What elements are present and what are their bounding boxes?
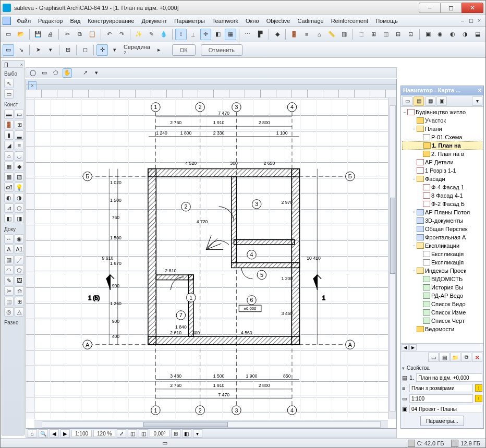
opt-hand-icon[interactable]: ✋ — [63, 68, 72, 78]
opt-dd-icon[interactable]: ▾ — [92, 68, 101, 78]
tree-item[interactable]: 3D-документы — [402, 216, 482, 225]
menu-окно[interactable]: Окно — [242, 17, 263, 25]
tb-d[interactable]: ◫ — [380, 29, 392, 40]
roof-icon[interactable]: ⌂ — [313, 29, 325, 40]
opt-poly-icon[interactable]: ⬠ — [51, 68, 60, 78]
door-tool-icon[interactable]: 🚪 — [4, 120, 14, 129]
opt-arrow-icon[interactable]: ↗ — [80, 68, 90, 78]
undo-icon[interactable]: ↶ — [104, 29, 115, 40]
canvas[interactable]: 1234 1234 БА БА — [34, 98, 388, 419]
vs-a-icon[interactable]: ⊞ — [171, 429, 180, 438]
ie-tool-icon[interactable]: ◫ — [4, 297, 14, 306]
tool-b-icon[interactable]: ◑ — [15, 193, 24, 202]
params-button[interactable]: Параметры... — [420, 416, 464, 426]
ws-tool-icon[interactable]: ⊞ — [15, 297, 24, 306]
paste-icon[interactable]: 📋 — [87, 29, 98, 40]
nf-dup-icon[interactable]: ⧉ — [461, 353, 471, 362]
tb-b[interactable]: ⬚ — [356, 29, 367, 40]
door-icon[interactable]: 🚪 — [288, 29, 300, 40]
snap2-icon[interactable]: ⟂ — [188, 29, 199, 40]
tree-item[interactable]: Общая Перспек — [402, 225, 482, 233]
nf-new-icon[interactable]: ▭ — [428, 353, 439, 362]
nf-folder-icon[interactable]: 📁 — [450, 353, 460, 362]
roof-tool-icon[interactable]: ⌂ — [4, 151, 14, 161]
tb-k[interactable]: ⬓ — [472, 29, 483, 40]
arc-tool-icon[interactable]: ◠ — [4, 265, 14, 275]
tree-item[interactable]: +АР Планы Потол — [402, 208, 482, 216]
tb-h[interactable]: ◉ — [435, 29, 446, 40]
menu-параметры[interactable]: Параметры — [171, 17, 209, 25]
play-icon[interactable]: ▸ — [153, 44, 165, 56]
text-tool-icon[interactable]: A — [4, 245, 14, 254]
menu-файл[interactable]: Файл — [13, 17, 34, 25]
nav-mode-project-icon[interactable]: ▭ — [402, 96, 412, 106]
sel-rect-icon[interactable]: ▭ — [3, 44, 14, 56]
horizontal-scrollbar[interactable] — [34, 420, 388, 428]
shell-tool-icon[interactable]: ◡ — [15, 151, 24, 161]
menu-помощь[interactable]: Помощь — [372, 17, 402, 25]
vs-zoom-icon[interactable]: 🔍 — [39, 429, 48, 438]
tool-a-icon[interactable]: ◐ — [4, 193, 14, 202]
props-name[interactable]: План на відм. +0,000 — [416, 373, 482, 382]
fig-tool-icon[interactable]: 🖼 — [15, 276, 24, 285]
snap4-icon[interactable]: ◧ — [212, 29, 224, 40]
tree-item[interactable]: Список Черт — [402, 317, 482, 325]
nav-mode-publisher-icon[interactable]: ▣ — [436, 96, 447, 106]
print-icon[interactable]: 🖨 — [44, 29, 56, 40]
tb-i[interactable]: ◐ — [447, 29, 458, 40]
cancel-button[interactable]: Отменить — [201, 44, 242, 56]
poly-tool-icon[interactable]: ⬠ — [15, 265, 24, 275]
ok-button[interactable]: ОК — [172, 44, 196, 56]
tree-item[interactable]: Список Изме — [402, 308, 482, 317]
more-icon[interactable]: ⋯ — [242, 29, 253, 40]
curtain-tool-icon[interactable]: ▦ — [4, 162, 14, 171]
menu-teamwork[interactable]: Teamwork — [209, 17, 242, 25]
props-header[interactable]: Свойства — [402, 364, 482, 372]
tree-item[interactable]: 8 Фасад 4-1 — [402, 191, 482, 200]
det-tool-icon[interactable]: ◎ — [4, 307, 14, 317]
snap-mid-icon[interactable]: ✛ — [96, 44, 108, 56]
sel-arrow-icon[interactable]: ↘ — [15, 44, 27, 56]
mdi-buttons[interactable]: –◻× — [458, 17, 483, 24]
lamp-tool-icon[interactable]: 💡 — [15, 183, 24, 192]
tb-c[interactable]: ⊞ — [368, 29, 379, 40]
menu-вид[interactable]: Вид — [66, 17, 84, 25]
tree-item[interactable]: Експликація — [402, 258, 482, 267]
tree-item[interactable]: −Плани — [402, 125, 482, 133]
navigator-close-icon[interactable]: × — [478, 87, 481, 94]
menu-документ[interactable]: Документ — [138, 17, 171, 25]
vs-home-icon[interactable]: ⌂ — [28, 429, 37, 438]
vs-prev-icon[interactable]: ◀ — [50, 429, 59, 438]
nav-options-icon[interactable]: ▾ — [472, 96, 482, 106]
tree-item[interactable]: Ф-2 Фасад Б — [402, 200, 482, 208]
window-tool-icon[interactable]: ⊞ — [15, 120, 24, 129]
snap1-icon[interactable]: ⟟ — [175, 29, 187, 40]
tree-item[interactable]: История Вы — [402, 283, 482, 292]
tree-item[interactable]: Ф-4 Фасад 1 — [402, 183, 482, 191]
mesh-tool-icon[interactable]: ▩ — [4, 172, 14, 181]
snap5-icon[interactable]: ▦ — [225, 29, 236, 40]
label-tool-icon[interactable]: A1 — [15, 245, 24, 254]
tree-item[interactable]: РД-АР Ведо — [402, 292, 482, 300]
nav-mode-viewmap-icon[interactable]: ▤ — [414, 96, 424, 106]
redo-icon[interactable]: ↷ — [116, 29, 128, 40]
measure-icon[interactable]: 📏 — [326, 29, 337, 40]
cut-icon[interactable]: ✂ — [62, 29, 73, 40]
tb-a[interactable]: ▥ — [338, 29, 350, 40]
props-sheet[interactable]: 04 Проект - Планы — [409, 405, 482, 413]
tree-item[interactable]: Список Видо — [402, 300, 482, 308]
vs-fit-icon[interactable]: ⤢ — [117, 429, 126, 438]
stairs-icon[interactable]: ≡ — [301, 29, 312, 40]
tree-item[interactable]: Участок — [402, 116, 482, 125]
minimize-button[interactable]: – — [419, 3, 441, 13]
arrow-icon[interactable]: ➤ — [32, 44, 44, 56]
tree-item[interactable]: −Фасади — [402, 175, 482, 183]
menu-редактор[interactable]: Редактор — [34, 17, 66, 25]
column-tool-icon[interactable]: ▮ — [4, 130, 14, 140]
tool-e-icon[interactable]: ◧ — [4, 214, 14, 223]
new-icon[interactable]: ▭ — [3, 29, 14, 40]
vs-zoom[interactable]: 120 % — [93, 430, 115, 437]
level-tool-icon[interactable]: ◉ — [15, 234, 24, 244]
tool-f-icon[interactable]: ◨ — [15, 214, 24, 223]
slab-tool-icon[interactable]: ◢ — [4, 141, 14, 150]
